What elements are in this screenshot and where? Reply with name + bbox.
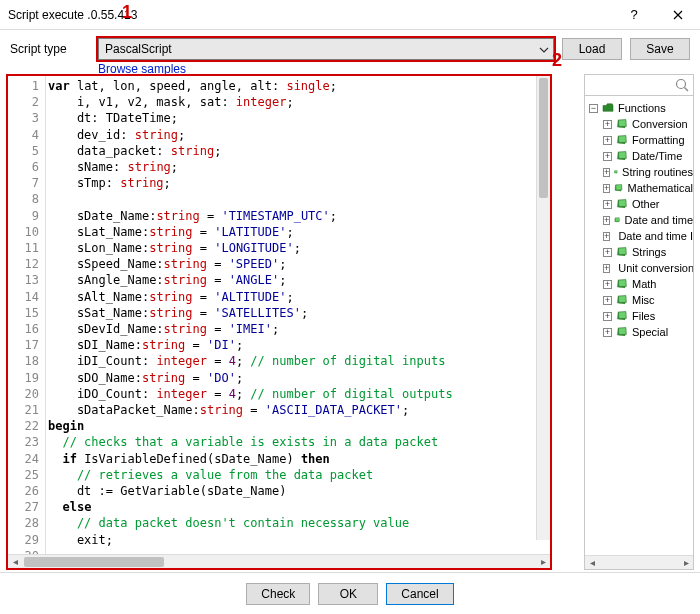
- code-line: // checks that a variable is exists in a…: [48, 434, 536, 450]
- line-number: 10: [8, 224, 39, 240]
- vertical-scrollbar-thumb[interactable]: [539, 78, 548, 198]
- scroll-left-icon[interactable]: ◂: [8, 555, 22, 569]
- expand-icon[interactable]: +: [603, 312, 612, 321]
- code-line: sDate_Name:string = 'TIMESTAMP_UTC';: [48, 208, 536, 224]
- tree-item[interactable]: +Other: [589, 196, 693, 212]
- search-icon: [674, 77, 690, 96]
- expand-icon[interactable]: +: [603, 280, 612, 289]
- vertical-scrollbar[interactable]: [536, 76, 550, 540]
- script-type-combo[interactable]: PascalScript: [98, 38, 554, 60]
- code-line: iDI_Count: integer = 4; // number of dig…: [48, 353, 536, 369]
- tree-item-label: Date/Time: [632, 150, 682, 162]
- code-line: sAngle_Name:string = 'ANGLE';: [48, 272, 536, 288]
- search-input[interactable]: [584, 74, 694, 96]
- code-line: // retrieves a value from the data packe…: [48, 467, 536, 483]
- code-line: var lat, lon, speed, angle, alt: single;: [48, 78, 536, 94]
- line-number: 29: [8, 532, 39, 548]
- svg-rect-25: [618, 296, 626, 303]
- tree-scroll-left-icon[interactable]: ◂: [585, 556, 599, 570]
- expand-icon[interactable]: +: [603, 200, 612, 209]
- code-gutter: 1234567891011121314151617181920212223242…: [8, 76, 46, 554]
- save-button[interactable]: Save: [630, 38, 690, 60]
- expand-icon[interactable]: +: [603, 184, 610, 193]
- tree-item[interactable]: +Strings: [589, 244, 693, 260]
- tree-item-label: Unit conversion: [618, 262, 694, 274]
- tree-item-label: Mathematical: [628, 182, 693, 194]
- code-line: sName: string;: [48, 159, 536, 175]
- script-type-value: PascalScript: [105, 42, 172, 56]
- svg-rect-27: [618, 312, 626, 319]
- code-line: dt: TDateTime;: [48, 110, 536, 126]
- tree-item-label: Files: [632, 310, 655, 322]
- line-number: 7: [8, 175, 39, 191]
- code-line: sTmp: string;: [48, 175, 536, 191]
- svg-rect-3: [618, 120, 626, 127]
- tree-item[interactable]: +Special: [589, 324, 693, 340]
- line-number: 3: [8, 110, 39, 126]
- tree-item[interactable]: +Mathematical: [589, 180, 693, 196]
- help-button[interactable]: ?: [612, 0, 656, 30]
- line-number: 11: [8, 240, 39, 256]
- code-line: sDO_Name:string = 'DO';: [48, 370, 536, 386]
- close-icon: [673, 10, 683, 20]
- check-button[interactable]: Check: [246, 583, 310, 605]
- expand-icon[interactable]: +: [603, 296, 612, 305]
- expand-icon[interactable]: +: [603, 120, 612, 129]
- code-editor[interactable]: 1234567891011121314151617181920212223242…: [6, 74, 552, 570]
- svg-line-1: [685, 88, 689, 92]
- cancel-button[interactable]: Cancel: [386, 583, 453, 605]
- line-number: 12: [8, 256, 39, 272]
- tree-item[interactable]: +Conversion: [589, 116, 693, 132]
- tree-item[interactable]: +String routines: [589, 164, 693, 180]
- ok-button[interactable]: OK: [318, 583, 378, 605]
- top-row: Script type PascalScript Load Save: [0, 30, 700, 62]
- expand-icon[interactable]: +: [603, 136, 612, 145]
- code-line: // data packet doesn't contain necessary…: [48, 515, 536, 531]
- code-line: if IsVariableDefined(sDate_Name) then: [48, 451, 536, 467]
- tree-horizontal-scrollbar[interactable]: ◂ ▸: [585, 555, 693, 569]
- tree-scroll-right-icon[interactable]: ▸: [679, 556, 693, 570]
- tree-item[interactable]: +Misc: [589, 292, 693, 308]
- load-button[interactable]: Load: [562, 38, 622, 60]
- line-number: 17: [8, 337, 39, 353]
- line-number: 15: [8, 305, 39, 321]
- line-number: 25: [8, 467, 39, 483]
- expand-icon[interactable]: +: [603, 152, 612, 161]
- tree-item-label: Misc: [632, 294, 655, 306]
- horizontal-scrollbar-thumb[interactable]: [24, 557, 164, 567]
- collapse-icon[interactable]: −: [589, 104, 598, 113]
- tree-item-label: Special: [632, 326, 668, 338]
- line-number: 2: [8, 94, 39, 110]
- code-line: begin: [48, 418, 536, 434]
- expand-icon[interactable]: +: [603, 232, 610, 241]
- line-number: 20: [8, 386, 39, 402]
- tree-item[interactable]: +Date/Time: [589, 148, 693, 164]
- tree-item[interactable]: +Date and time I: [589, 228, 693, 244]
- expand-icon[interactable]: +: [603, 328, 612, 337]
- code-content[interactable]: var lat, lon, speed, angle, alt: single;…: [48, 76, 536, 554]
- expand-icon[interactable]: +: [603, 264, 610, 273]
- horizontal-scrollbar[interactable]: ◂ ▸: [8, 554, 550, 568]
- code-line: sLon_Name:string = 'LONGITUDE';: [48, 240, 536, 256]
- svg-rect-9: [615, 171, 618, 173]
- tree-item[interactable]: +Formatting: [589, 132, 693, 148]
- code-line: else: [48, 499, 536, 515]
- tree-item[interactable]: +Unit conversion: [589, 260, 693, 276]
- scroll-right-icon[interactable]: ▸: [536, 555, 550, 569]
- tree-root[interactable]: −Functions: [589, 100, 693, 116]
- tree-item[interactable]: +Date and time: [589, 212, 693, 228]
- line-number: 8: [8, 191, 39, 207]
- svg-rect-23: [618, 280, 626, 287]
- close-button[interactable]: [656, 0, 700, 30]
- script-type-label: Script type: [10, 42, 90, 56]
- expand-icon[interactable]: +: [603, 216, 610, 225]
- functions-tree[interactable]: −Functions +Conversion+Formatting+Date/T…: [584, 96, 694, 570]
- expand-icon[interactable]: +: [603, 168, 610, 177]
- tree-item[interactable]: +Math: [589, 276, 693, 292]
- expand-icon[interactable]: +: [603, 248, 612, 257]
- line-number: 24: [8, 451, 39, 467]
- tree-item-label: String routines: [622, 166, 693, 178]
- window-title: Script execute .0.55.413: [8, 8, 612, 22]
- code-line: sDataPacket_Name:string = 'ASCII_DATA_PA…: [48, 402, 536, 418]
- tree-item[interactable]: +Files: [589, 308, 693, 324]
